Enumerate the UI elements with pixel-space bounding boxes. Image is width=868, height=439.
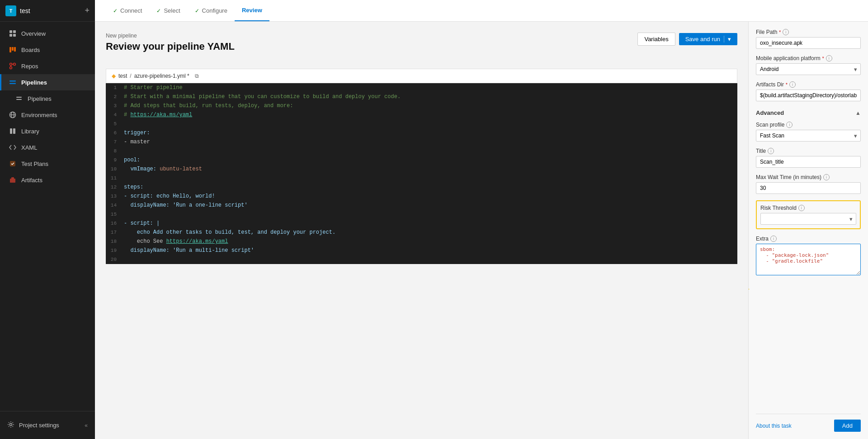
- line-content[interactable]: vmImage: ubuntu-latest: [124, 165, 737, 174]
- line-content[interactable]: trigger:: [124, 128, 737, 137]
- extra-info-icon[interactable]: i: [770, 236, 777, 242]
- artifacts-icon: [9, 176, 17, 184]
- code-line: 7- master: [106, 137, 737, 146]
- scan-profile-info-icon[interactable]: i: [786, 122, 793, 128]
- sidebar-item-repos[interactable]: Repos: [0, 58, 95, 74]
- mobile-platform-select[interactable]: Android iOS: [756, 63, 861, 75]
- sidebar-item-pipelines[interactable]: Pipelines: [0, 74, 95, 90]
- copy-icon[interactable]: ⧉: [195, 73, 199, 79]
- settings-icon: [7, 421, 14, 430]
- file-path-input[interactable]: [756, 37, 861, 49]
- sidebar-item-label: Library: [21, 128, 39, 135]
- title-block: New pipeline Review your pipeline YAML: [106, 33, 235, 61]
- line-number: 4: [106, 110, 124, 119]
- svg-rect-0: [9, 30, 12, 33]
- svg-rect-19: [10, 128, 12, 134]
- sidebar-item-boards[interactable]: Boards: [0, 42, 95, 58]
- project-name[interactable]: T test: [5, 5, 30, 16]
- project-label: test: [20, 7, 30, 14]
- add-button[interactable]: Add: [834, 420, 861, 432]
- sidebar: T test + Overview: [0, 0, 95, 439]
- scan-profile-field: Scan profile i Fast Scan Full Scan Custo…: [756, 122, 861, 142]
- line-number: 11: [106, 174, 124, 183]
- sidebar-item-test-plans[interactable]: Test Plans: [0, 156, 95, 172]
- sidebar-item-artifacts[interactable]: Artifacts: [0, 172, 95, 188]
- overview-icon: [9, 29, 17, 38]
- sidebar-item-overview[interactable]: Overview: [0, 25, 95, 42]
- line-content[interactable]: steps:: [124, 183, 737, 192]
- line-content[interactable]: - master: [124, 137, 737, 146]
- save-run-button[interactable]: Save and run ▾: [679, 33, 737, 45]
- about-task-link[interactable]: About this task: [756, 423, 792, 429]
- xaml-icon: [9, 143, 17, 151]
- step-configure[interactable]: ✓ Configure: [188, 0, 235, 21]
- line-content[interactable]: # https://aka.ms/yaml: [124, 110, 737, 119]
- collapse-icon[interactable]: «: [85, 422, 88, 429]
- page-title: Review your pipeline YAML: [106, 41, 235, 52]
- artifacts-dir-input[interactable]: [756, 90, 861, 101]
- add-project-button[interactable]: +: [85, 6, 90, 15]
- file-path-info-icon[interactable]: i: [783, 29, 789, 35]
- max-wait-input[interactable]: [756, 182, 861, 194]
- line-content[interactable]: # Start with a minimal pipeline that you…: [124, 92, 737, 101]
- code-line: 18 echo See https://aka.ms/yaml: [106, 237, 737, 246]
- sidebar-item-environments[interactable]: Environments: [0, 107, 95, 123]
- step-configure-label: Configure: [202, 7, 227, 14]
- risk-threshold-label: Risk Threshold i: [760, 205, 856, 211]
- line-content[interactable]: # Add steps that build, run tests, deplo…: [124, 101, 737, 110]
- risk-threshold-info-icon[interactable]: i: [798, 205, 805, 211]
- project-settings-item[interactable]: Project settings «: [0, 417, 95, 434]
- connect-check-icon: ✓: [113, 8, 118, 14]
- editor-area: New pipeline Review your pipeline YAML V…: [95, 22, 748, 439]
- svg-rect-23: [11, 177, 14, 179]
- svg-rect-5: [12, 47, 14, 51]
- svg-rect-1: [13, 30, 16, 33]
- scan-profile-select[interactable]: Fast Scan Full Scan Custom: [756, 130, 861, 142]
- svg-point-24: [10, 424, 12, 426]
- line-content[interactable]: # Starter pipeline: [124, 83, 737, 92]
- artifacts-dir-label: Artifacts Dir * i: [756, 81, 861, 88]
- main-content: ✓ Connect ✓ Select ✓ Configure Review Ne…: [95, 0, 868, 439]
- mobile-platform-field: Mobile application platform * i Android …: [756, 55, 861, 75]
- line-content[interactable]: - script: echo Hello, world!: [124, 192, 737, 201]
- mobile-platform-info-icon[interactable]: i: [826, 55, 832, 61]
- sidebar-item-library[interactable]: Library: [0, 123, 95, 139]
- artifacts-dir-info-icon[interactable]: i: [789, 81, 796, 88]
- line-content[interactable]: echo See https://aka.ms/yaml: [124, 237, 737, 246]
- repos-icon: [9, 62, 17, 70]
- line-number: 9: [106, 156, 124, 165]
- step-review[interactable]: Review: [235, 0, 269, 21]
- sidebar-item-pipelines-sub[interactable]: Pipelines: [0, 90, 95, 107]
- step-connect[interactable]: ✓ Connect: [106, 0, 149, 21]
- file-name: azure-pipelines-1.yml *: [134, 73, 189, 79]
- title-info-icon[interactable]: i: [768, 148, 774, 154]
- scan-profile-select-wrap: Fast Scan Full Scan Custom: [756, 130, 861, 142]
- sidebar-item-xaml[interactable]: XAML: [0, 139, 95, 156]
- line-number: 17: [106, 228, 124, 237]
- risk-threshold-select[interactable]: Low Medium High Critical: [760, 213, 856, 225]
- advanced-collapse-icon[interactable]: ▲: [855, 110, 861, 116]
- svg-rect-22: [10, 179, 15, 183]
- required-star2: *: [822, 56, 824, 61]
- code-line: 12steps:: [106, 183, 737, 192]
- max-wait-field: Max Wait Time (in minutes) i: [756, 174, 861, 194]
- line-content[interactable]: displayName: 'Run a multi-line script': [124, 246, 737, 255]
- step-select[interactable]: ✓ Select: [149, 0, 187, 21]
- max-wait-info-icon[interactable]: i: [823, 174, 830, 180]
- line-content[interactable]: displayName: 'Run a one-line script': [124, 201, 737, 210]
- code-editor[interactable]: 1# Starter pipeline2# Start with a minim…: [106, 83, 737, 264]
- svg-rect-13: [9, 83, 16, 85]
- step-connect-label: Connect: [120, 7, 142, 14]
- save-run-dropdown-arrow[interactable]: ▾: [724, 36, 731, 42]
- line-content[interactable]: pool:: [124, 156, 737, 165]
- line-number: 8: [106, 146, 124, 156]
- extra-textarea[interactable]: [756, 244, 861, 275]
- save-run-label: Save and run: [685, 36, 720, 42]
- line-content[interactable]: - script: |: [124, 219, 737, 228]
- line-number: 13: [106, 192, 124, 201]
- variables-button[interactable]: Variables: [637, 33, 675, 46]
- code-line: 14 displayName: 'Run a one-line script': [106, 201, 737, 210]
- scan-title-input[interactable]: [756, 156, 861, 168]
- line-content[interactable]: echo Add other tasks to build, test, and…: [124, 228, 737, 237]
- advanced-section-header[interactable]: Advanced ▲: [756, 109, 861, 116]
